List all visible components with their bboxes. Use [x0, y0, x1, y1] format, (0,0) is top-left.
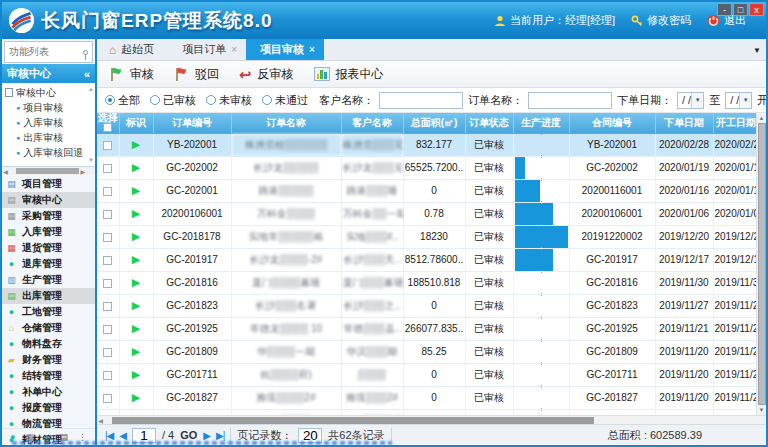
scroll-left-icon[interactable]: ◀: [2, 168, 9, 175]
minimize-button[interactable]: -: [717, 3, 732, 16]
table-row[interactable]: GC-201711 杭▒▒▒▒府) ▒▒▒▒ 0 已审核 GC-201711 2…: [97, 363, 756, 386]
select-all-checkbox[interactable]: [103, 123, 112, 132]
tab-close-icon[interactable]: ×: [309, 44, 315, 55]
column-header[interactable]: 标识: [119, 113, 153, 133]
row-checkbox[interactable]: [103, 348, 112, 357]
column-header[interactable]: 订单状态: [465, 113, 513, 133]
sidebar-menu-item[interactable]: ● 工地管理: [2, 304, 95, 320]
customer-name-input[interactable]: [379, 92, 463, 109]
sidebar-menu-item[interactable]: ● 补单中心: [2, 384, 95, 400]
status-radio[interactable]: 全部: [105, 93, 140, 108]
row-checkbox[interactable]: [103, 325, 112, 334]
row-checkbox[interactable]: [103, 210, 112, 219]
table-row[interactable]: GC-2018178 实地常▒▒▒▒▒栋 实地▒▒▒#.. 18230 已审核 …: [97, 225, 756, 248]
tree-item[interactable]: ● 入库审核: [5, 115, 87, 130]
table-row[interactable]: GC-201809 华▒▒▒▒一期 华滨▒▒▒期 85.25 已审核 GC-20…: [97, 340, 756, 363]
sidebar-menu-item[interactable]: ▤ 审核中心: [2, 192, 95, 208]
table-row[interactable]: YB-202001 株洲党校▒▒▒▒▒▒ 株洲党▒▒▒见.. 832.177 已…: [97, 133, 756, 156]
collapse-icon[interactable]: [84, 68, 90, 80]
row-checkbox[interactable]: [103, 302, 112, 311]
tab[interactable]: 项目审核 ×: [246, 39, 324, 60]
scroll-left-icon[interactable]: ◀: [97, 417, 104, 424]
column-header[interactable]: 订单名称: [231, 113, 341, 133]
radio-icon[interactable]: [105, 95, 115, 105]
radio-icon[interactable]: [150, 95, 160, 105]
report-center-button[interactable]: 报表中心: [314, 66, 384, 83]
last-page-button[interactable]: ▶|: [216, 430, 224, 441]
tree-horizontal-scrollbar[interactable]: ◀ ▶: [2, 167, 95, 175]
column-header[interactable]: 总面积(㎡): [403, 113, 465, 133]
horizontal-scrollbar[interactable]: ◀: [97, 415, 766, 424]
row-checkbox[interactable]: [103, 141, 112, 150]
row-checkbox[interactable]: [103, 256, 112, 265]
row-checkbox[interactable]: [103, 164, 112, 173]
table-row[interactable]: GC-201823 长沙▒▒▒名著 长沙▒▒▒之.. 0 已审核 GC-2018…: [97, 294, 756, 317]
table-row[interactable]: GC-201827 雅境▒▒▒▒2# 雅境▒▒▒2# 0 已审核 GC-2018…: [97, 386, 756, 409]
dropdown-icon[interactable]: ▼: [691, 93, 703, 108]
table-row[interactable]: GC-202001 路港▒▒▒▒▒ 路港▒▒▒墙 0 已审核 202001160…: [97, 179, 756, 202]
status-radio[interactable]: 未通过: [262, 93, 308, 108]
tab-close-icon[interactable]: ×: [231, 44, 237, 55]
column-header[interactable]: 生产进度: [513, 113, 569, 133]
dropdown-icon[interactable]: ▼: [739, 93, 751, 108]
audit-button[interactable]: 审核: [109, 66, 154, 83]
next-page-button[interactable]: ▶: [203, 430, 210, 441]
scroll-down-icon[interactable]: ▼: [759, 406, 765, 414]
sidebar-menu-item[interactable]: ● 结转管理: [2, 368, 95, 384]
radio-icon[interactable]: [262, 95, 272, 105]
scroll-up-icon[interactable]: ▲: [88, 86, 94, 92]
radio-icon[interactable]: [206, 95, 216, 105]
order-date-to-input[interactable]: / / ▼: [725, 92, 752, 109]
table-row[interactable]: GC-201816 厦门▒▒▒▒幕墙 厦门▒▒▒幕墙 188510.818 已审…: [97, 271, 756, 294]
function-list-box[interactable]: 功能列表: [4, 41, 93, 63]
column-header[interactable]: 合同编号: [569, 113, 655, 133]
sidebar-menu-item[interactable]: ▥ 生产管理: [2, 272, 95, 288]
vertical-scrollbar[interactable]: ▲ ▼: [756, 113, 766, 415]
sidebar-menu-item[interactable]: ▰ 财务管理: [2, 352, 95, 368]
go-button[interactable]: GO: [180, 429, 197, 441]
column-header-select[interactable]: 选择: [97, 113, 119, 133]
scroll-up-icon[interactable]: ▲: [759, 114, 765, 122]
tree-item[interactable]: ● 入库审核回退: [5, 145, 87, 160]
column-header[interactable]: 客户名称: [341, 113, 403, 133]
tree-item[interactable]: ● 项目审核: [5, 100, 87, 115]
row-checkbox[interactable]: [103, 371, 112, 380]
row-checkbox[interactable]: [103, 187, 112, 196]
tree-root-audit-center[interactable]: 审核中心: [5, 85, 87, 100]
sidebar-menu-item[interactable]: ● 物料盘存: [2, 336, 95, 352]
row-checkbox[interactable]: [103, 279, 112, 288]
table-row[interactable]: GC-201925 常德龙▒▒▒▒ 10 常德▒▒▒县.. 266077.835…: [97, 317, 756, 340]
order-date-from-input[interactable]: / / ▼: [677, 92, 704, 109]
first-page-button[interactable]: |◀: [105, 430, 113, 441]
close-button[interactable]: x: [749, 3, 764, 16]
change-password-button[interactable]: 修改密码: [631, 13, 691, 28]
scroll-right-icon[interactable]: ▶: [79, 168, 86, 175]
maximize-button[interactable]: □: [733, 3, 748, 16]
status-radio[interactable]: 已审核: [150, 93, 196, 108]
scroll-down-icon[interactable]: ▼: [88, 157, 94, 163]
sidebar-menu-item[interactable]: ⌂ 仓储管理: [2, 320, 95, 336]
sidebar-menu-item[interactable]: ▦ 退货管理: [2, 240, 95, 256]
scrollbar-thumb[interactable]: [758, 123, 766, 405]
sidebar-panel-header[interactable]: 审核中心: [2, 64, 95, 83]
pin-icon[interactable]: [83, 50, 88, 55]
sidebar-menu-item[interactable]: ▤ 项目管理: [2, 176, 95, 192]
status-radio[interactable]: 未审核: [206, 93, 252, 108]
prev-page-button[interactable]: ◀: [119, 430, 126, 441]
scrollbar-thumb[interactable]: [16, 168, 79, 174]
tab[interactable]: 起始页: [100, 39, 168, 60]
column-header[interactable]: 下单日期: [655, 113, 713, 133]
table-row[interactable]: GC-202002 长沙龙▒▒▒▒▒ 长沙龙▒▒▒见.. 65525.7200.…: [97, 156, 756, 179]
column-header[interactable]: 订单编号: [153, 113, 231, 133]
tree-item[interactable]: ● 出库审核: [5, 130, 87, 145]
table-row[interactable]: GC-201917 长沙龙▒▒▒▒-2# 长沙▒▒▒天.. 8512.78600…: [97, 248, 756, 271]
table-row[interactable]: 20200106001 万科金▒▒▒▒ 万科金▒▒一期 0.78 已审核 202…: [97, 202, 756, 225]
row-checkbox[interactable]: [103, 394, 112, 403]
sidebar-menu-item[interactable]: ● 报废管理: [2, 400, 95, 416]
column-header[interactable]: 开工日期: [713, 113, 756, 133]
sidebar-menu-item[interactable]: ● 退库管理: [2, 256, 95, 272]
unaudit-button[interactable]: ↩ 反审核: [239, 66, 294, 83]
sidebar-menu-item[interactable]: ▦ 采购管理: [2, 208, 95, 224]
scrollbar-thumb[interactable]: [112, 417, 594, 424]
tab-overflow-icon[interactable]: ▼: [753, 46, 761, 55]
